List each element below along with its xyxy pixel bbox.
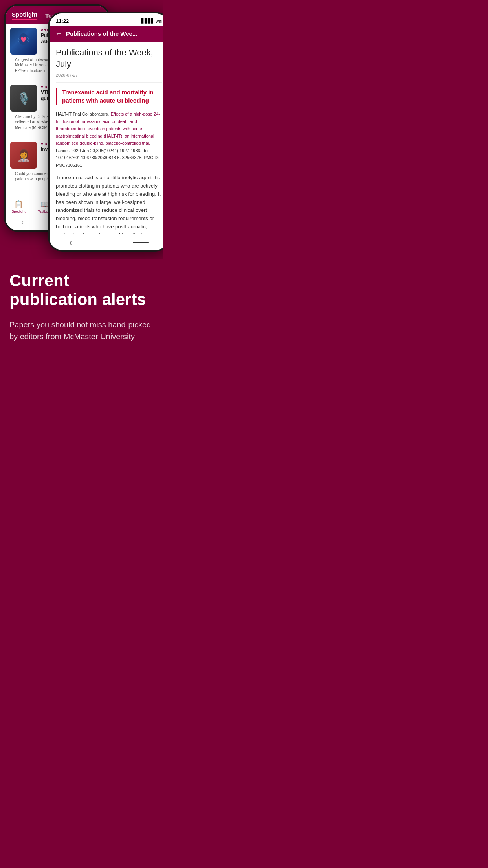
highlighted-title: Tranexamic acid and mortality in patient… xyxy=(62,88,162,105)
right-content: Publications of the Week, July 2020-07-2… xyxy=(50,42,163,243)
main-headline: Current publication alerts xyxy=(9,271,153,309)
status-bar: 11:22 ▋▋▋▋ wifi xyxy=(50,13,163,26)
right-header: ← Publications of the Wee... xyxy=(50,26,163,42)
nav-spotlight[interactable]: Spotlight xyxy=(12,11,37,20)
sub-headline: Papers you should not miss hand-picked b… xyxy=(9,319,153,342)
home-indicator-right xyxy=(133,242,149,243)
citation-authors: HALT-IT Trial Collaborators. xyxy=(56,112,109,116)
article-main-title: Publications of the Week, July xyxy=(56,47,162,70)
right-bottom-bar: ‹ xyxy=(50,234,163,250)
status-time: 11:22 xyxy=(56,18,69,24)
right-header-title: Publications of the Wee... xyxy=(66,30,137,37)
back-button-right[interactable]: ← xyxy=(55,29,62,38)
back-button-right-bottom[interactable]: ‹ xyxy=(69,238,72,247)
bottom-nav-spotlight[interactable]: 📋 Spotlight xyxy=(12,200,26,213)
citation-block: HALT-IT Trial Collaborators. Effects of … xyxy=(56,110,162,168)
status-icons: ▋▋▋▋ wifi xyxy=(141,18,162,24)
bottom-nav-spotlight-label: Spotlight xyxy=(12,210,26,213)
body-text: Tranexamic acid is an antifibrinolytic a… xyxy=(56,174,162,243)
bottom-text-section: Current publication alerts Papers you sh… xyxy=(0,259,163,358)
divider xyxy=(56,82,162,83)
citation-link[interactable]: Effects of a high-dose 24-h infusion of … xyxy=(56,112,160,145)
back-button-left[interactable]: ‹ xyxy=(21,218,24,226)
phones-area: Spotlight Textbook Refreshers xyxy=(0,0,163,259)
article-date: 2020-07-27 xyxy=(56,73,162,77)
highlighted-section: Tranexamic acid and mortality in patient… xyxy=(56,88,162,105)
citation-publication: Lancet. 2020 Jun 20;395(10241):1927-1936… xyxy=(56,148,159,167)
phone-right: 11:22 ▋▋▋▋ wifi ← Publications of the We… xyxy=(48,12,163,252)
